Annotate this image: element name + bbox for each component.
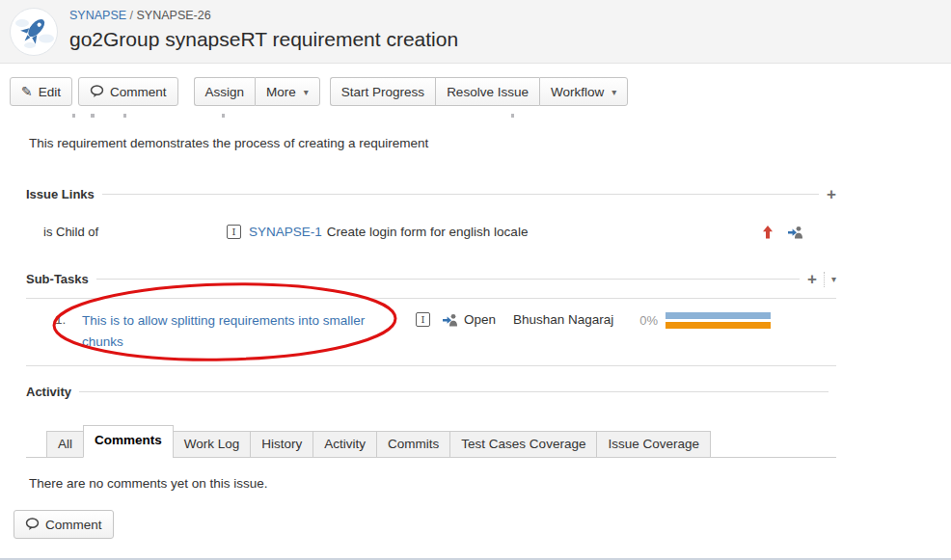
- breadcrumb-issue-key: SYNAPSE-26: [137, 9, 211, 22]
- breadcrumb: SYNAPSE / SYNAPSE-26: [69, 9, 458, 22]
- workflow-button-label: Workflow: [551, 85, 604, 99]
- issue-link-row: is Child of I SYNAPSE-1 Create login for…: [26, 225, 836, 239]
- clipped-text-remnant: [72, 114, 75, 118]
- more-button[interactable]: More ▾: [255, 77, 320, 106]
- issue-type-icon: I: [416, 312, 430, 327]
- start-progress-label: Start Progress: [341, 85, 424, 99]
- activity-section: Activity All Comments Work Log History A…: [26, 385, 836, 491]
- pencil-icon: ✎: [21, 84, 33, 99]
- tab-comments[interactable]: Comments: [83, 425, 174, 458]
- tab-history[interactable]: History: [250, 431, 313, 458]
- progress-percent-label: 0%: [639, 312, 658, 328]
- link-relation-label: is Child of: [26, 225, 227, 239]
- description-text: This requirement demonstrates the proces…: [29, 136, 428, 150]
- start-progress-button[interactable]: Start Progress: [330, 77, 435, 106]
- breadcrumb-separator: /: [130, 9, 133, 22]
- section-divider: [102, 194, 819, 195]
- breadcrumb-project-link[interactable]: SYNAPSE: [69, 9, 126, 22]
- section-divider: [96, 279, 800, 280]
- linked-issue-summary: Create login form for english locale: [327, 225, 529, 239]
- priority-high-icon: [762, 226, 774, 239]
- rocket-icon: [11, 9, 57, 55]
- assign-button-label: Assign: [205, 85, 245, 99]
- chevron-down-icon: ▾: [304, 87, 309, 97]
- tab-work-log[interactable]: Work Log: [173, 431, 252, 458]
- progress-bar-blue: [666, 312, 771, 319]
- more-button-label: More: [266, 85, 296, 99]
- section-divider: [79, 391, 829, 392]
- resolve-issue-label: Resolve Issue: [447, 85, 529, 99]
- project-avatar[interactable]: [10, 8, 58, 56]
- footer-comment-button-label: Comment: [45, 518, 102, 532]
- sub-tasks-options-chevron-icon[interactable]: ▾: [831, 274, 836, 284]
- workflow-button-group: Start Progress Resolve Issue Workflow ▾: [330, 77, 628, 106]
- comment-bubble-icon: [90, 85, 104, 98]
- add-issue-link-button[interactable]: +: [827, 186, 836, 202]
- activity-tabs: All Comments Work Log History Activity C…: [26, 425, 836, 458]
- sub-tasks-title: Sub-Tasks: [26, 272, 89, 286]
- assignee-person-icon: [443, 313, 458, 327]
- tab-all[interactable]: All: [46, 431, 84, 458]
- toolbar: ✎ Edit Comment Assign More ▾ Start Progr…: [10, 77, 628, 106]
- workflow-button[interactable]: Workflow ▾: [539, 77, 628, 106]
- issue-type-icon: I: [227, 225, 241, 239]
- edit-button-label: Edit: [39, 85, 61, 99]
- sub-task-index: 1.: [26, 310, 82, 327]
- comment-button-label: Comment: [110, 85, 167, 99]
- issue-links-header: Issue Links +: [26, 186, 836, 202]
- sub-task-assignee: Bhushan Nagaraj: [513, 312, 613, 327]
- assign-button[interactable]: Assign: [194, 77, 256, 106]
- edit-button[interactable]: ✎ Edit: [10, 77, 72, 106]
- clipped-text-remnant: [91, 114, 95, 118]
- time-tracking-bars: [666, 312, 771, 329]
- add-sub-task-button[interactable]: +: [807, 271, 817, 287]
- assign-button-group: Assign More ▾: [194, 77, 320, 106]
- resolve-issue-button[interactable]: Resolve Issue: [435, 77, 539, 106]
- issue-links-title: Issue Links: [26, 187, 95, 201]
- comment-button[interactable]: Comment: [78, 77, 178, 106]
- clipped-text-remnant: [511, 114, 514, 118]
- issue-header: SYNAPSE / SYNAPSE-26 go2Group synapseRT …: [0, 0, 951, 64]
- progress-bar-orange: [666, 322, 771, 329]
- sub-task-summary-link[interactable]: This is to allow splitting requirements …: [82, 310, 393, 353]
- sub-task-row: 1. This is to allow splitting requiremen…: [26, 310, 836, 353]
- sub-task-progress: 0%: [639, 310, 836, 329]
- divider: [824, 272, 825, 287]
- linked-issue-key-link[interactable]: SYNAPSE-1: [249, 225, 322, 239]
- sub-tasks-panel: 1. This is to allow splitting requiremen…: [26, 298, 836, 366]
- tab-activity[interactable]: Activity: [312, 431, 377, 458]
- comment-bubble-icon: [25, 518, 40, 531]
- no-comments-message: There are no comments yet on this issue.: [26, 476, 836, 491]
- sub-tasks-header: Sub-Tasks + ▾: [26, 271, 836, 287]
- footer-comment-button[interactable]: Comment: [14, 510, 114, 539]
- page-title: go2Group synapseRT requirement creation: [69, 28, 458, 51]
- activity-header: Activity: [26, 385, 836, 399]
- sub-task-status: Open: [464, 312, 496, 327]
- jira-issue-page: SYNAPSE / SYNAPSE-26 go2Group synapseRT …: [0, 0, 951, 560]
- issue-links-section: Issue Links + is Child of I SYNAPSE-1 Cr…: [26, 186, 836, 239]
- chevron-down-icon: ▾: [611, 87, 616, 97]
- tab-issue-coverage[interactable]: Issue Coverage: [596, 431, 711, 458]
- clipped-text-remnant: [123, 114, 126, 118]
- clipped-text-remnant: [222, 114, 225, 118]
- tab-test-cases-coverage[interactable]: Test Cases Coverage: [449, 431, 597, 458]
- assignee-person-icon: [788, 226, 803, 239]
- sub-tasks-section: Sub-Tasks + ▾ 1. This is to allow splitt…: [26, 271, 836, 366]
- tab-commits[interactable]: Commits: [376, 431, 450, 458]
- activity-title: Activity: [26, 385, 71, 399]
